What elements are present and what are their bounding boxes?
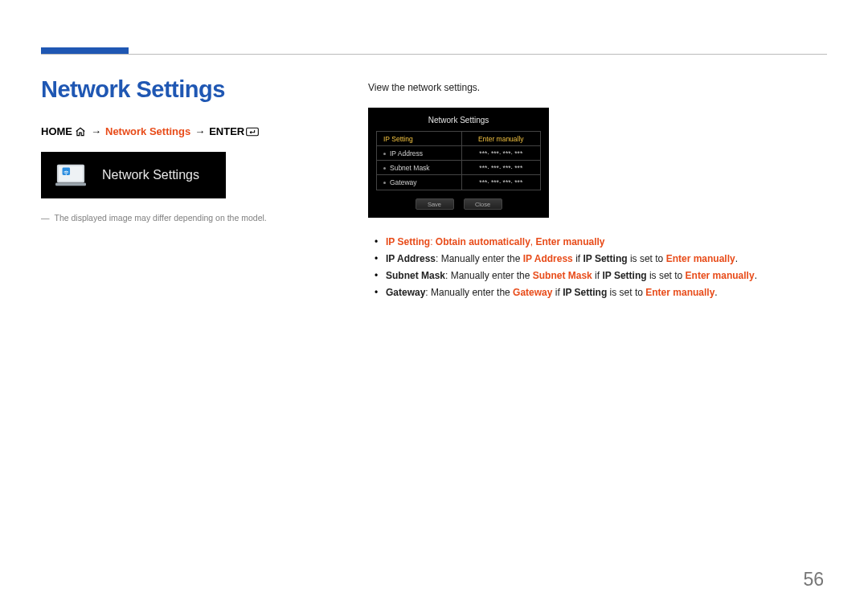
- close-button[interactable]: Close: [464, 198, 502, 210]
- osd-cell-value: ***· ***· ***· ***: [462, 146, 540, 160]
- left-column: Network Settings HOME → Network Settings…: [41, 76, 354, 225]
- breadcrumb-arrow-1: →: [91, 125, 101, 137]
- disclaimer-caption: ―The displayed image may differ dependin…: [41, 211, 354, 225]
- osd-button-row: Save Close: [376, 198, 541, 210]
- svg-point-5: [66, 174, 68, 175]
- osd-cell-value: Enter manually: [462, 132, 540, 145]
- list-item: IP Setting: Obtain automatically, Enter …: [368, 234, 830, 251]
- caption-dash: ―: [41, 213, 50, 223]
- menu-tile-label: Network Settings: [102, 168, 199, 182]
- home-icon: [74, 126, 87, 137]
- page-title: Network Settings: [41, 76, 354, 103]
- enter-icon: [246, 126, 259, 137]
- horizontal-rule: [41, 54, 827, 55]
- svg-rect-0: [247, 128, 259, 135]
- list-item: IP Address: Manually enter the IP Addres…: [368, 251, 830, 268]
- caption-text: The displayed image may differ depending…: [55, 213, 267, 223]
- breadcrumb-home-label: HOME: [41, 125, 72, 137]
- osd-row-gateway[interactable]: Gateway ***· ***· ***· ***: [377, 175, 540, 190]
- osd-cell-label: Subnet Mask: [377, 161, 462, 174]
- svg-rect-2: [59, 166, 83, 182]
- intro-text: View the network settings.: [368, 82, 830, 93]
- osd-row-ip-setting[interactable]: IP Setting Enter manually: [377, 132, 540, 146]
- menu-tile-network-settings[interactable]: Network Settings: [41, 152, 226, 198]
- svg-rect-3: [55, 183, 86, 186]
- osd-cell-label: Gateway: [377, 175, 462, 190]
- osd-cell-value: ***· ***· ***· ***: [462, 161, 540, 174]
- page: Network Settings HOME → Network Settings…: [0, 0, 868, 613]
- right-column: View the network settings. Network Setti…: [368, 82, 830, 301]
- list-item: Subnet Mask: Manually enter the Subnet M…: [368, 268, 830, 284]
- breadcrumb: HOME → Network Settings → ENTER: [41, 125, 354, 137]
- breadcrumb-arrow-2: →: [194, 125, 205, 137]
- osd-row-ip-address[interactable]: IP Address ***· ***· ***· ***: [377, 146, 540, 161]
- bullet-dot-icon: [383, 182, 386, 184]
- osd-cell-label: IP Address: [377, 146, 462, 160]
- list-item: Gateway: Manually enter the Gateway if I…: [368, 284, 830, 301]
- osd-panel: Network Settings IP Setting Enter manual…: [368, 108, 549, 218]
- breadcrumb-enter-label: ENTER: [209, 125, 244, 137]
- osd-row-subnet-mask[interactable]: Subnet Mask ***· ***· ***· ***: [377, 161, 540, 175]
- breadcrumb-current: Network Settings: [105, 125, 190, 137]
- page-number: 56: [803, 569, 824, 591]
- bullet-dot-icon: [383, 153, 386, 155]
- osd-cell-value: ***· ***· ***· ***: [462, 175, 540, 190]
- osd-cell-label: IP Setting: [377, 132, 462, 145]
- osd-title: Network Settings: [376, 116, 541, 125]
- bullet-dot-icon: [383, 167, 386, 170]
- laptop-wifi-icon: [52, 160, 89, 190]
- osd-table: IP Setting Enter manually IP Address ***…: [376, 131, 541, 190]
- description-list: IP Setting: Obtain automatically, Enter …: [368, 234, 830, 301]
- save-button[interactable]: Save: [416, 198, 454, 210]
